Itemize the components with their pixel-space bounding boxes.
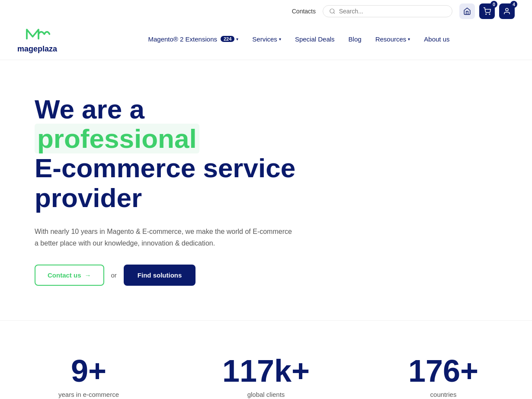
nav-label-resources: Resources [375, 35, 407, 43]
svg-point-4 [506, 8, 508, 11]
nav-link-special-deals[interactable]: Special Deals [295, 35, 335, 43]
store-icon [463, 7, 471, 15]
user-badge: 4 [510, 1, 517, 8]
hero-heading-part2: E-commerce service provider [35, 153, 295, 212]
svg-point-3 [489, 14, 490, 15]
nav-label-magento: Magento® 2 Extensions [148, 35, 217, 43]
nav-item-magento[interactable]: Magento® 2 Extensions 224 ▾ [148, 35, 239, 43]
nav-item-special-deals[interactable]: Special Deals [295, 35, 335, 43]
cart-icon [483, 7, 491, 15]
hero-heading-highlight: professional [35, 124, 199, 153]
header-top: Contacts 0 4 [0, 0, 532, 21]
stat-clients: 117k+ global clients [177, 347, 355, 399]
svg-point-2 [486, 14, 487, 15]
find-solutions-button[interactable]: Find solutions [124, 265, 196, 286]
nav-item-blog[interactable]: Blog [349, 35, 362, 43]
stat-years-label: years in e-commerce [9, 391, 169, 398]
search-bar[interactable] [323, 5, 452, 17]
find-solutions-label: Find solutions [138, 271, 182, 279]
contact-us-button[interactable]: Contact us → [35, 265, 104, 286]
nav-item-about[interactable]: About us [424, 35, 449, 43]
stat-clients-label: global clients [186, 391, 346, 398]
chevron-down-icon-services: ▾ [279, 37, 281, 41]
search-icon [329, 8, 336, 15]
store-icon-btn[interactable] [459, 3, 475, 19]
hero-heading-part1: We are a [35, 94, 144, 124]
nav-link-services[interactable]: Services ▾ [252, 35, 281, 43]
stat-clients-number: 117k+ [186, 355, 346, 386]
contact-us-label: Contact us [48, 271, 81, 279]
svg-point-0 [330, 9, 334, 13]
stats-section: 9+ years in e-commerce 117k+ global clie… [0, 320, 532, 399]
nav-label-about: About us [424, 35, 449, 43]
chevron-down-icon: ▾ [236, 37, 238, 41]
stat-countries: 176+ countries [355, 347, 532, 399]
user-icon [503, 7, 511, 15]
stat-years-number: 9+ [9, 355, 169, 386]
cart-badge: 0 [490, 1, 497, 8]
logo-text: mageplaza [17, 45, 57, 54]
nav-link-blog[interactable]: Blog [349, 35, 362, 43]
hero-section: We are a professional E-commerce service… [0, 60, 346, 312]
hero-heading: We are a professional E-commerce service… [35, 95, 311, 213]
nav-links: Magento® 2 Extensions 224 ▾ Services ▾ S… [83, 35, 515, 43]
arrow-icon: → [85, 271, 91, 279]
stat-countries-number: 176+ [363, 355, 523, 386]
nav-label-blog: Blog [349, 35, 362, 43]
chevron-down-icon-resources: ▾ [408, 37, 410, 41]
header-nav: mageplaza Magento® 2 Extensions 224 ▾ Se… [0, 21, 532, 60]
header-icons: 0 4 [459, 3, 515, 19]
hero-buttons: Contact us → or Find solutions [35, 265, 311, 286]
nav-link-magento[interactable]: Magento® 2 Extensions 224 ▾ [148, 35, 239, 43]
nav-item-services[interactable]: Services ▾ [252, 35, 281, 43]
search-input[interactable] [339, 8, 446, 15]
nav-badge-magento: 224 [221, 36, 234, 42]
nav-link-about[interactable]: About us [424, 35, 449, 43]
cart-icon-btn[interactable]: 0 [479, 3, 495, 19]
contacts-link[interactable]: Contacts [292, 8, 316, 15]
stat-countries-label: countries [363, 391, 523, 398]
nav-label-special-deals: Special Deals [295, 35, 335, 43]
or-text: or [111, 271, 117, 279]
logo-link[interactable]: mageplaza [17, 24, 57, 54]
hero-subtext: With nearly 10 years in Magento & E-comm… [35, 226, 294, 249]
user-icon-btn[interactable]: 4 [499, 3, 515, 19]
nav-label-services: Services [252, 35, 277, 43]
logo-icon [24, 24, 50, 44]
nav-item-resources[interactable]: Resources ▾ [375, 35, 410, 43]
stat-years: 9+ years in e-commerce [0, 347, 177, 399]
svg-line-1 [333, 13, 335, 14]
nav-link-resources[interactable]: Resources ▾ [375, 35, 410, 43]
